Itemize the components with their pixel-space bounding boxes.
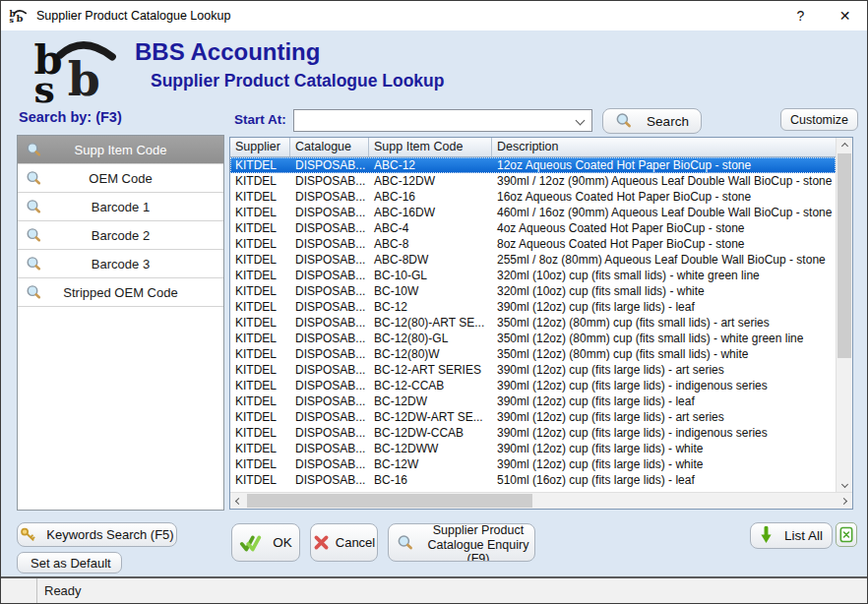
horizontal-scroll-thumb[interactable] <box>247 494 532 508</box>
excel-icon <box>839 526 853 543</box>
close-button[interactable]: ✕ <box>823 1 867 30</box>
start-at-label: Start At: <box>234 112 286 127</box>
scroll-right-arrow-icon[interactable] <box>836 493 852 509</box>
table-row[interactable]: KITDEL DISPOSAB... ABC-12 12oz Aqueous C… <box>230 157 836 173</box>
cell-catalogue: DISPOSAB... <box>290 268 369 283</box>
table-row[interactable]: KITDEL DISPOSAB... BC-10-GL 320ml (10oz)… <box>230 268 836 283</box>
scroll-down-arrow-icon[interactable] <box>837 476 853 492</box>
list-all-button[interactable]: List All <box>750 522 833 549</box>
table-row[interactable]: KITDEL DISPOSAB... BC-12W 390ml (12oz) c… <box>230 456 836 472</box>
start-at-combobox[interactable] <box>293 109 592 132</box>
column-header[interactable]: Catalogue <box>290 138 369 156</box>
cell-catalogue: DISPOSAB... <box>290 173 369 189</box>
table-row[interactable]: KITDEL DISPOSAB... BC-12 390ml (12oz) cu… <box>230 299 836 315</box>
search-by-option[interactable]: Barcode 3 <box>18 250 223 278</box>
table-row[interactable]: KITDEL DISPOSAB... ABC-8DW 255ml / 8oz (… <box>230 252 836 268</box>
cell-supplier: KITDEL <box>230 425 290 441</box>
search-by-option[interactable]: Stripped OEM Code <box>18 278 223 307</box>
column-header[interactable]: Description <box>492 138 836 156</box>
set-as-default-button[interactable]: Set as Default <box>17 552 122 574</box>
app-name: BBS Accounting <box>135 38 320 66</box>
cell-catalogue: DISPOSAB... <box>290 220 369 236</box>
cell-supp-item-code: ABC-8 <box>369 236 492 252</box>
scroll-left-arrow-icon[interactable] <box>230 493 247 509</box>
cancel-button[interactable]: Cancel <box>310 523 378 562</box>
table-row[interactable]: KITDEL DISPOSAB... ABC-16 16oz Aqueous C… <box>230 189 836 205</box>
cell-catalogue: DISPOSAB... <box>290 157 369 173</box>
cell-supp-item-code: ABC-16DW <box>369 205 492 220</box>
scroll-up-arrow-icon[interactable] <box>837 138 853 153</box>
cell-supplier: KITDEL <box>230 205 290 220</box>
column-header[interactable]: Supplier <box>230 138 290 156</box>
chevron-down-icon[interactable] <box>576 116 586 126</box>
table-row[interactable]: KITDEL DISPOSAB... BC-12-ART SERIES 390m… <box>230 362 836 378</box>
vertical-scrollbar[interactable] <box>836 138 852 492</box>
cell-catalogue: DISPOSAB... <box>290 425 369 441</box>
key-icon <box>20 526 36 543</box>
table-row[interactable]: KITDEL DISPOSAB... ABC-8 8oz Aqueous Coa… <box>230 236 836 252</box>
search-by-list: Supp Item Code OEM Code Barcode 1 <box>17 135 224 511</box>
cell-description: 390ml (12oz) cup (fits large lids) - ind… <box>492 425 836 441</box>
search-icon <box>26 227 42 244</box>
help-button[interactable]: ? <box>778 1 823 30</box>
horizontal-scrollbar[interactable] <box>230 492 852 509</box>
export-to-excel-button[interactable] <box>836 522 857 547</box>
cell-supplier: KITDEL <box>230 456 290 472</box>
cell-supp-item-code: BC-12-ART SERIES <box>369 362 492 378</box>
cell-description: 4oz Aqueous Coated Hot Paper BioCup - st… <box>492 220 836 236</box>
cell-supp-item-code: BC-10-GL <box>369 268 492 283</box>
start-at-input[interactable] <box>294 110 577 131</box>
cell-supplier: KITDEL <box>230 189 290 205</box>
cell-catalogue: DISPOSAB... <box>290 378 369 393</box>
cell-supp-item-code: BC-12DW-CCAB <box>369 425 492 441</box>
cell-catalogue: DISPOSAB... <box>290 315 369 331</box>
cell-supplier: KITDEL <box>230 236 290 252</box>
cell-description: 390ml / 12oz (90mm) Aqueous Leaf Double … <box>492 173 836 189</box>
cell-description: 255ml / 8oz (80mm) Aqueous Leaf Double W… <box>492 252 836 268</box>
search-by-option[interactable]: Supp Item Code <box>18 136 223 164</box>
ok-button[interactable]: OK <box>231 523 300 562</box>
check-icon <box>239 532 263 554</box>
cell-description: 390ml (12oz) cup (fits large lids) - whi… <box>492 441 836 456</box>
cross-icon <box>313 534 330 551</box>
cell-supp-item-code: BC-12(80)W <box>369 346 492 362</box>
cell-description: 510ml (16oz) cup (fits large lids) - lea… <box>492 472 836 488</box>
keywords-search-button[interactable]: Keywords Search (F5) <box>17 522 177 547</box>
table-row[interactable]: KITDEL DISPOSAB... BC-12(80)W 350ml (12o… <box>230 346 836 362</box>
table-row[interactable]: KITDEL DISPOSAB... BC-12DW-CCAB 390ml (1… <box>230 425 836 441</box>
cell-supp-item-code: ABC-12 <box>369 157 492 173</box>
vertical-scroll-thumb[interactable] <box>837 153 851 358</box>
search-by-option[interactable]: Barcode 1 <box>18 193 223 221</box>
search-button[interactable]: Search <box>602 108 702 134</box>
search-by-option[interactable]: OEM Code <box>18 164 223 193</box>
table-row[interactable]: KITDEL DISPOSAB... BC-10W 320ml (10oz) c… <box>230 283 836 299</box>
table-header: Supplier Catalogue Supp Item Code Descri… <box>230 138 836 157</box>
cell-supplier: KITDEL <box>230 220 290 236</box>
supplier-product-catalogue-enquiry-button[interactable]: Supplier Product Catalogue Enquiry (F9) <box>388 523 535 562</box>
cell-catalogue: DISPOSAB... <box>290 331 369 346</box>
status-bar: Ready <box>1 576 867 603</box>
cell-catalogue: DISPOSAB... <box>290 236 369 252</box>
table-row[interactable]: KITDEL DISPOSAB... BC-12DW-ART SE... 390… <box>230 409 836 425</box>
table-row[interactable]: KITDEL DISPOSAB... BC-12-CCAB 390ml (12o… <box>230 378 836 393</box>
table-row[interactable]: KITDEL DISPOSAB... BC-12(80)-ART SE... 3… <box>230 315 836 331</box>
table-row[interactable]: KITDEL DISPOSAB... BC-12DWW 390ml (12oz)… <box>230 441 836 456</box>
search-by-option[interactable]: Barcode 2 <box>18 221 223 250</box>
cell-supplier: KITDEL <box>230 315 290 331</box>
customize-button[interactable]: Customize <box>780 108 858 131</box>
cell-supplier: KITDEL <box>230 331 290 346</box>
table-row[interactable]: KITDEL DISPOSAB... BC-12(80)-GL 350ml (1… <box>230 331 836 346</box>
table-row[interactable]: KITDEL DISPOSAB... ABC-4 4oz Aqueous Coa… <box>230 220 836 236</box>
table-row[interactable]: KITDEL DISPOSAB... ABC-16DW 460ml / 16oz… <box>230 205 836 220</box>
cell-supplier: KITDEL <box>230 157 290 173</box>
table-row[interactable]: KITDEL DISPOSAB... BC-16 510ml (16oz) cu… <box>230 472 836 488</box>
table-row[interactable]: KITDEL DISPOSAB... ABC-12DW 390ml / 12oz… <box>230 173 836 189</box>
column-header[interactable]: Supp Item Code <box>369 138 492 156</box>
status-bar-segment <box>1 578 37 603</box>
search-icon <box>26 170 42 187</box>
enquiry-button-label: Supplier Product Catalogue Enquiry (F9) <box>422 523 534 562</box>
svg-text:s: s <box>34 67 55 103</box>
search-icon <box>26 199 42 215</box>
table-row[interactable]: KITDEL DISPOSAB... BC-12DW 390ml (12oz) … <box>230 393 836 409</box>
cell-catalogue: DISPOSAB... <box>290 205 369 220</box>
